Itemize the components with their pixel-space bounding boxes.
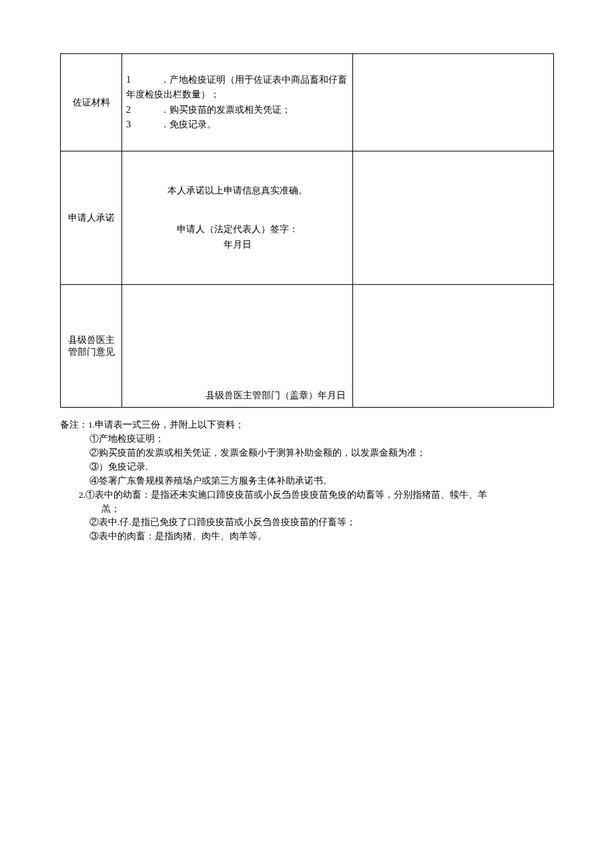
authority-row: 县级兽医主管部门意见 县级兽医主管部门（盖章）年月日 <box>61 285 554 408</box>
evidence-item-2: 2．购买疫苗的发票或相关凭证； <box>126 103 348 117</box>
note-line-6b: 羔； <box>60 502 554 516</box>
evidence-row: 佐证材料 1．产地检疫证明（用于佐证表中商品畜和仔畜年度检疫出栏数量）； 2．购… <box>61 54 554 151</box>
evidence-content: 1．产地检疫证明（用于佐证表中商品畜和仔畜年度检疫出栏数量）； 2．购买疫苗的发… <box>122 54 353 151</box>
note-line-8: ③表中的肉畜：是指肉猪、肉牛、肉羊等。 <box>60 530 554 544</box>
evidence-blank <box>353 54 554 151</box>
page-container: 佐证材料 1．产地检疫证明（用于佐证表中商品畜和仔畜年度检疫出栏数量）； 2．购… <box>0 0 614 597</box>
note-line-7: ②表中.仔.是指已免疫了口蹄疫疫苗或小反刍兽疫疫苗的仔畜等； <box>60 516 554 530</box>
authority-content: 县级兽医主管部门（盖章）年月日 <box>122 285 353 408</box>
commitment-date-label: 年月日 <box>126 238 348 252</box>
commitment-label: 申请人承诺 <box>61 151 122 285</box>
note-line-3: ②购买疫苗的发票或相关凭证，发票金额小于测算补助金额的，以发票金额为准； <box>60 446 554 460</box>
commitment-blank <box>353 151 554 285</box>
note-line-4: ③）免疫记录. <box>60 460 554 474</box>
commitment-gap <box>126 198 348 222</box>
authority-label: 县级兽医主管部门意见 <box>61 285 122 408</box>
commitment-sign-label: 申请人（法定代表人）签字： <box>126 222 348 237</box>
note-line-5: ④签署广东鲁规模养殖场户或第三方服务主体补助承诺书。 <box>60 474 554 488</box>
evidence-label: 佐证材料 <box>61 54 122 151</box>
notes-section: 备注：1.申请表一式三份，并附上以下资料； ①产地检疫证明； ②购买疫苗的发票或… <box>60 418 554 544</box>
evidence-item-3: 3．免疫记录。 <box>126 117 348 132</box>
note-line-6: 2.①表中的幼畜：是指还未实施口蹄疫疫苗或小反刍兽疫疫苗免疫的幼畜等，分别指猪苗… <box>60 488 554 502</box>
note-line-1: 备注：1.申请表一式三份，并附上以下资料； <box>60 418 554 432</box>
commitment-content: 本人承诺以上申请信息真实准确。 申请人（法定代表人）签字： 年月日 <box>122 151 353 285</box>
commitment-body: 本人承诺以上申请信息真实准确。 申请人（法定代表人）签字： 年月日 <box>126 183 348 252</box>
commitment-statement: 本人承诺以上申请信息真实准确。 <box>126 183 348 198</box>
form-table: 佐证材料 1．产地检疫证明（用于佐证表中商品畜和仔畜年度检疫出栏数量）； 2．购… <box>60 53 554 408</box>
authority-blank <box>353 285 554 408</box>
note-line-2: ①产地检疫证明； <box>60 432 554 446</box>
authority-seal-line: 县级兽医主管部门（盖章）年月日 <box>126 390 348 402</box>
evidence-item-1: 1．产地检疫证明（用于佐证表中商品畜和仔畜年度检疫出栏数量）； <box>126 73 348 103</box>
evidence-list: 1．产地检疫证明（用于佐证表中商品畜和仔畜年度检疫出栏数量）； 2．购买疫苗的发… <box>126 73 348 133</box>
commitment-row: 申请人承诺 本人承诺以上申请信息真实准确。 申请人（法定代表人）签字： 年月日 <box>61 151 554 285</box>
